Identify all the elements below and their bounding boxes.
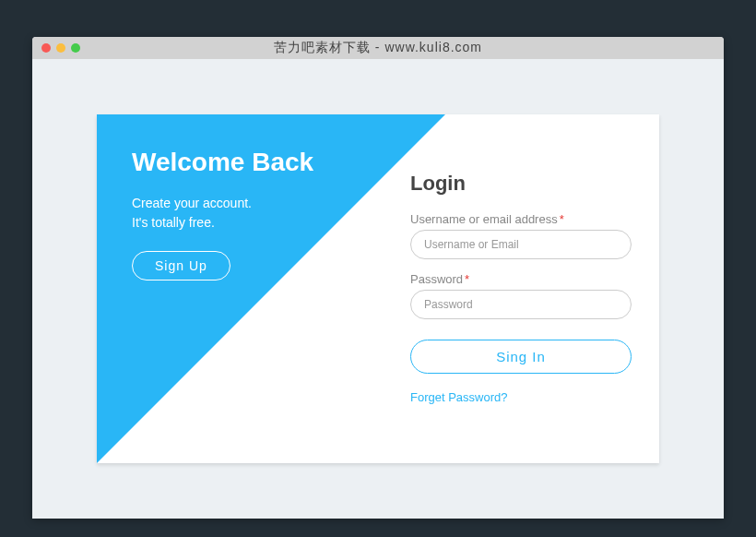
- welcome-line-2: It's totally free.: [132, 213, 313, 233]
- login-card: Welcome Back Create your account. It's t…: [97, 114, 659, 463]
- browser-window: 苦力吧素材下载 - www.kuli8.com Welcome Back Cre…: [32, 37, 724, 519]
- welcome-section: Welcome Back Create your account. It's t…: [132, 148, 313, 280]
- forget-password-link[interactable]: Forget Password?: [410, 390, 508, 404]
- titlebar: 苦力吧素材下载 - www.kuli8.com: [32, 37, 724, 59]
- welcome-line-1: Create your account.: [132, 194, 313, 213]
- required-star-icon: *: [465, 272, 469, 286]
- titlebar-text: 苦力吧素材下载 - www.kuli8.com: [274, 40, 482, 56]
- login-title: Login: [410, 172, 632, 196]
- window-controls: [41, 43, 80, 53]
- username-input[interactable]: [410, 230, 632, 259]
- signup-button[interactable]: Sign Up: [132, 251, 230, 280]
- close-icon[interactable]: [41, 43, 51, 53]
- password-input[interactable]: [410, 290, 632, 319]
- welcome-title: Welcome Back: [132, 148, 313, 177]
- required-star-icon: *: [560, 212, 564, 226]
- maximize-icon[interactable]: [71, 43, 80, 53]
- minimize-icon[interactable]: [56, 43, 65, 53]
- username-label: Username or email address*: [410, 212, 632, 226]
- password-label: Password*: [410, 272, 632, 286]
- content-area: Welcome Back Create your account. It's t…: [32, 59, 724, 519]
- welcome-text: Create your account. It's totally free.: [132, 194, 313, 233]
- signin-button[interactable]: Sing In: [410, 340, 632, 374]
- login-section: Login Username or email address* Passwor…: [410, 172, 632, 405]
